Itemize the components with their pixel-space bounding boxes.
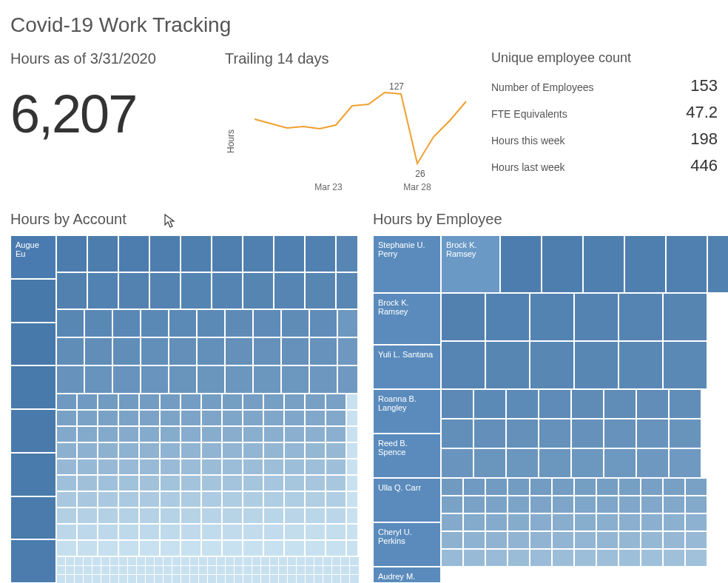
- treemap-cell[interactable]: [77, 426, 98, 442]
- treemap-cell[interactable]: [624, 235, 666, 293]
- treemap-cell[interactable]: [508, 478, 530, 496]
- treemap-cell[interactable]: [641, 549, 663, 567]
- treemap-cell[interactable]: [346, 426, 358, 442]
- treemap-cell[interactable]: [243, 491, 263, 508]
- treemap-cell[interactable]: [346, 394, 358, 410]
- treemap-cell[interactable]: [139, 394, 160, 410]
- treemap-cell[interactable]: [201, 524, 222, 540]
- treemap-cell[interactable]: [707, 235, 728, 293]
- treemap-account[interactable]: Augue Eu: [10, 235, 358, 583]
- treemap-cell[interactable]: [222, 394, 243, 410]
- treemap-cell[interactable]: [56, 475, 77, 491]
- treemap-cell[interactable]: [571, 389, 604, 419]
- treemap-cell[interactable]: [10, 279, 56, 323]
- treemap-cell[interactable]: [212, 235, 243, 272]
- treemap-cell[interactable]: Yuli L. Santana: [373, 345, 441, 389]
- treemap-cell[interactable]: [98, 524, 118, 540]
- treemap-cell[interactable]: [309, 337, 337, 365]
- treemap-cell[interactable]: [619, 513, 641, 531]
- treemap-cell[interactable]: [441, 419, 473, 448]
- treemap-cell[interactable]: [243, 410, 263, 426]
- treemap-cell[interactable]: Stephanie U. Perry: [373, 235, 441, 293]
- treemap-cell[interactable]: [349, 574, 360, 583]
- treemap-cell[interactable]: [98, 491, 118, 508]
- treemap-cell[interactable]: [485, 549, 508, 567]
- treemap-cell[interactable]: [583, 235, 624, 293]
- treemap-cell[interactable]: [243, 524, 263, 540]
- treemap-cell[interactable]: [305, 459, 326, 475]
- treemap-cell[interactable]: [160, 540, 181, 556]
- treemap-cell[interactable]: [284, 410, 305, 426]
- treemap-cell[interactable]: [326, 410, 346, 426]
- treemap-cell[interactable]: [263, 491, 284, 508]
- treemap-cell[interactable]: [508, 531, 530, 549]
- treemap-cell[interactable]: [619, 341, 663, 389]
- treemap-cell[interactable]: [574, 293, 619, 341]
- treemap-cell[interactable]: [305, 410, 326, 426]
- treemap-cell[interactable]: [263, 394, 284, 410]
- treemap-cell[interactable]: [263, 508, 284, 524]
- treemap-cell[interactable]: [506, 448, 539, 478]
- treemap-cell[interactable]: [243, 459, 263, 475]
- treemap-cell[interactable]: [336, 272, 358, 309]
- treemap-cell[interactable]: [56, 426, 77, 442]
- treemap-cell[interactable]: [98, 508, 118, 524]
- treemap-cell[interactable]: [284, 442, 305, 459]
- treemap-cell[interactable]: [571, 448, 604, 478]
- treemap-cell[interactable]: [118, 235, 149, 272]
- treemap-cell[interactable]: [77, 475, 98, 491]
- treemap-cell[interactable]: [619, 293, 663, 341]
- treemap-cell[interactable]: [305, 524, 326, 540]
- treemap-cell[interactable]: [56, 272, 87, 309]
- treemap-cell[interactable]: [346, 524, 358, 540]
- treemap-cell[interactable]: [263, 442, 284, 459]
- treemap-cell[interactable]: [77, 508, 98, 524]
- treemap-cell[interactable]: [141, 365, 169, 394]
- treemap-cell[interactable]: [169, 337, 197, 365]
- treemap-cell[interactable]: [284, 426, 305, 442]
- treemap-cell[interactable]: [181, 410, 201, 426]
- treemap-cell[interactable]: [473, 419, 506, 448]
- treemap-cell[interactable]: [463, 496, 485, 513]
- treemap-cell[interactable]: [552, 496, 574, 513]
- treemap-cell[interactable]: [84, 337, 112, 365]
- treemap-cell[interactable]: [225, 337, 253, 365]
- treemap-cell[interactable]: [77, 459, 98, 475]
- treemap-employee[interactable]: Stephanie U. PerryBrock K. RamseyYuli L.…: [373, 235, 721, 583]
- treemap-cell[interactable]: [169, 365, 197, 394]
- treemap-cell[interactable]: [201, 459, 222, 475]
- treemap-cell[interactable]: [281, 365, 309, 394]
- treemap-cell[interactable]: [197, 365, 225, 394]
- treemap-cell[interactable]: [139, 426, 160, 442]
- treemap-cell[interactable]: [98, 426, 118, 442]
- treemap-cell[interactable]: [112, 365, 141, 394]
- treemap-cell[interactable]: [118, 426, 139, 442]
- treemap-cell[interactable]: [225, 309, 253, 337]
- treemap-cell[interactable]: [685, 531, 707, 549]
- treemap-cell[interactable]: [181, 442, 201, 459]
- treemap-cell[interactable]: [87, 235, 118, 272]
- treemap-cell[interactable]: [118, 459, 139, 475]
- treemap-cell[interactable]: [636, 389, 669, 419]
- treemap-cell[interactable]: [441, 513, 463, 531]
- treemap-cell[interactable]: [305, 442, 326, 459]
- treemap-cell[interactable]: [139, 491, 160, 508]
- treemap-cell[interactable]: [506, 419, 539, 448]
- treemap-cell[interactable]: [685, 549, 707, 567]
- treemap-cell[interactable]: [118, 540, 139, 556]
- treemap-cell[interactable]: [346, 442, 358, 459]
- treemap-cell[interactable]: [84, 365, 112, 394]
- treemap-cell[interactable]: [539, 419, 571, 448]
- treemap-cell[interactable]: [263, 475, 284, 491]
- treemap-cell[interactable]: [641, 513, 663, 531]
- treemap-cell[interactable]: [181, 508, 201, 524]
- treemap-cell[interactable]: [10, 365, 56, 409]
- treemap-cell[interactable]: [84, 309, 112, 337]
- treemap-cell[interactable]: [346, 508, 358, 524]
- treemap-cell[interactable]: Brock K. Ramsey: [441, 235, 500, 293]
- treemap-cell[interactable]: [139, 508, 160, 524]
- treemap-cell[interactable]: [441, 293, 485, 341]
- treemap-cell[interactable]: [552, 531, 574, 549]
- treemap-cell[interactable]: [98, 459, 118, 475]
- treemap-cell[interactable]: [309, 365, 337, 394]
